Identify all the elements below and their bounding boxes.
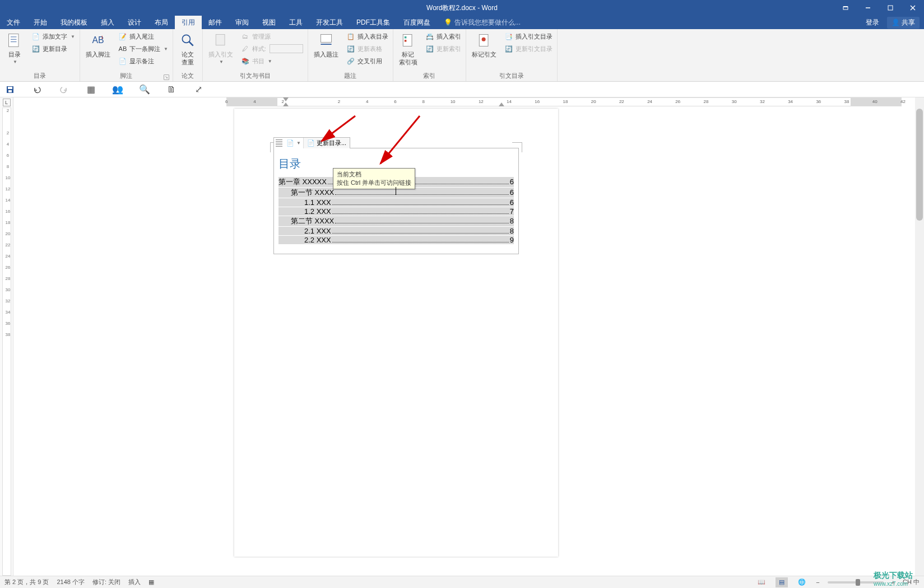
toc-leader-dots: [332, 242, 509, 242]
toc-entry[interactable]: 1.2 XXX7: [278, 207, 514, 216]
manage-sources-button[interactable]: 🗂管理源: [239, 30, 305, 43]
save-button[interactable]: [3, 83, 17, 96]
tab-insert[interactable]: 插入: [94, 16, 121, 29]
redo-button[interactable]: [57, 83, 71, 96]
insert-index-button[interactable]: 📇插入索引: [423, 30, 463, 43]
maximize-button[interactable]: [879, 0, 902, 16]
tab-baidu[interactable]: 百度网盘: [397, 16, 437, 29]
scrollbar-thumb[interactable]: [916, 109, 923, 221]
tell-me-search[interactable]: 💡 告诉我您想要做什么...: [437, 16, 527, 29]
citation-style-button[interactable]: 🖊样式:: [239, 43, 305, 55]
show-notes-button[interactable]: 📄显示备注: [116, 55, 170, 67]
vruler-tick: 4: [4, 142, 12, 147]
tab-home[interactable]: 开始: [27, 16, 54, 29]
group-citation: 插入引文▼ 🗂管理源 🖊样式: 📚书目▼ 引文与书目: [203, 29, 308, 81]
view-web-button[interactable]: 🌐: [796, 577, 808, 587]
citation-icon: [212, 31, 230, 49]
hruler-tick: 16: [535, 99, 540, 104]
toc-entry-text: 2.1 XXX: [304, 227, 331, 235]
svg-rect-23: [8, 87, 12, 89]
tab-view[interactable]: 视图: [256, 16, 282, 29]
hruler-tick: 10: [451, 99, 456, 104]
vruler-tick: 16: [4, 209, 12, 214]
toc-field[interactable]: 📄▼ 📄更新目录... 目录 第一章 XXXXX6第一节 XXXX61.1 XX…: [273, 148, 519, 254]
right-indent-marker[interactable]: [499, 102, 504, 106]
hruler-tick: 6: [225, 99, 227, 104]
cross-ref-button[interactable]: 🔗交叉引用: [344, 55, 391, 67]
next-footnote-button[interactable]: AB下一条脚注▼: [116, 43, 170, 55]
toc-button[interactable]: 目录 ▼: [2, 30, 27, 67]
person-icon: 👤: [892, 18, 900, 26]
mark-citation-button[interactable]: 标记引文: [468, 30, 500, 59]
insert-caption-button[interactable]: 插入题注: [310, 30, 342, 59]
crossref-icon: 🔗: [346, 57, 355, 66]
tab-review[interactable]: 审阅: [229, 16, 256, 29]
status-macro-icon[interactable]: ▦: [148, 578, 154, 586]
zoom-out-button[interactable]: −: [816, 579, 819, 586]
tab-references[interactable]: 引用: [175, 16, 202, 29]
qat-btn-6[interactable]: 🔍: [138, 83, 151, 96]
mark-entry-button[interactable]: 标记 索引项: [396, 30, 421, 67]
toc-field-menu[interactable]: 📄▼: [284, 138, 304, 148]
group-footnote: AB1 插入脚注 📝插入尾注 AB下一条脚注▼ 📄显示备注 脚注↘: [80, 29, 173, 81]
tab-layout[interactable]: 布局: [148, 16, 175, 29]
drag-handle-icon[interactable]: [276, 139, 282, 147]
vruler-tick: 12: [4, 186, 12, 192]
toc-entry[interactable]: 1.1 XXX6: [278, 198, 514, 207]
svg-rect-3: [888, 6, 893, 10]
vruler-tick: 30: [4, 287, 12, 292]
horizontal-ruler[interactable]: 6422468101214161820222426283032343638404…: [226, 97, 902, 106]
vertical-scrollbar[interactable]: [915, 97, 924, 576]
insert-tof-button[interactable]: 📋插入表目录: [344, 30, 391, 43]
toc-update-button[interactable]: 📄更新目录...: [304, 138, 350, 148]
footnote-launcher[interactable]: ↘: [164, 74, 169, 80]
lightbulb-icon: 💡: [444, 18, 452, 26]
document-canvas[interactable]: 6422468101214161820222426283032343638404…: [13, 97, 924, 576]
add-text-button[interactable]: 📄添加文字▼: [29, 30, 77, 43]
insert-endnote-button[interactable]: 📝插入尾注: [116, 30, 170, 43]
status-mode[interactable]: 插入: [128, 578, 141, 586]
close-button[interactable]: [902, 0, 924, 16]
status-words[interactable]: 2148 个字: [57, 578, 85, 586]
insert-toa-button[interactable]: 📑插入引文目录: [502, 30, 555, 43]
qat-btn-8[interactable]: ⤢: [192, 83, 205, 96]
toc-entry[interactable]: 2.2 XXX9: [278, 236, 514, 244]
vertical-ruler[interactable]: L 22468101214161820222426283032343638: [0, 97, 13, 576]
view-read-button[interactable]: 📖: [755, 577, 768, 587]
insert-citation-button[interactable]: 插入引文▼: [205, 30, 236, 67]
update-index-button[interactable]: 🔄更新索引: [423, 43, 463, 55]
toc-entry[interactable]: 2.1 XXX8: [278, 227, 514, 235]
minimize-button[interactable]: [857, 0, 879, 16]
index-icon: [399, 31, 417, 49]
toc-entry-page: 9: [510, 236, 514, 244]
tab-alignment-selector[interactable]: L: [3, 99, 11, 106]
status-track[interactable]: 修订: 关闭: [92, 578, 120, 586]
tab-tools[interactable]: 工具: [282, 16, 309, 29]
thesis-check-button[interactable]: 论文 查重: [175, 30, 200, 67]
login-link[interactable]: 登录: [866, 18, 879, 27]
status-page[interactable]: 第 2 页，共 9 页: [4, 578, 49, 586]
ribbon-display-options-icon[interactable]: [834, 0, 857, 16]
window-controls: [834, 0, 924, 16]
vruler-tick: 2: [4, 130, 12, 136]
group-index: 标记 索引项 📇插入索引 🔄更新索引 索引: [393, 29, 466, 81]
update-toa-button[interactable]: 🔄更新引文目录: [502, 43, 555, 55]
bibliography-button[interactable]: 📚书目▼: [239, 55, 305, 67]
toc-entry[interactable]: 第二节 XXXX8: [278, 216, 514, 226]
tab-design[interactable]: 设计: [121, 16, 148, 29]
qat-btn-5[interactable]: 👥: [111, 83, 124, 96]
tab-mailings[interactable]: 邮件: [202, 16, 229, 29]
update-toc-button[interactable]: 🔄更新目录: [29, 43, 77, 55]
undo-button[interactable]: [30, 83, 44, 96]
share-button[interactable]: 👤 共享: [887, 17, 920, 29]
vruler-tick: 6: [4, 153, 12, 158]
tab-pdf[interactable]: PDF工具集: [350, 16, 397, 29]
qat-btn-4[interactable]: ▦: [84, 83, 97, 96]
tab-file[interactable]: 文件: [0, 16, 27, 29]
tab-mytemplate[interactable]: 我的模板: [54, 16, 94, 29]
qat-btn-7[interactable]: 🗎: [165, 83, 178, 96]
insert-footnote-button[interactable]: AB1 插入脚注: [82, 30, 114, 59]
update-table-button[interactable]: 🔄更新表格: [344, 43, 391, 55]
view-print-button[interactable]: ▤: [776, 577, 788, 587]
tab-developer[interactable]: 开发工具: [309, 16, 350, 29]
